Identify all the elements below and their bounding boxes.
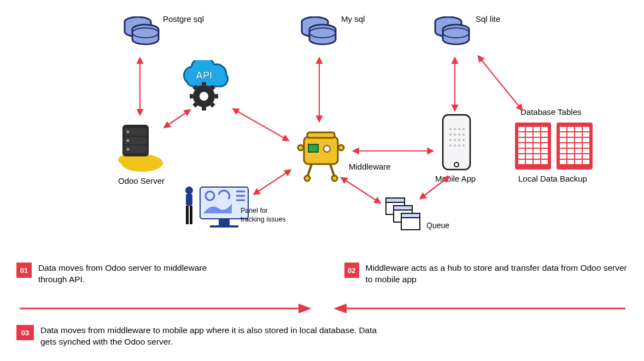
svg-line-132 bbox=[234, 109, 288, 140]
steps: 01 Data moves from Odoo server to middle… bbox=[16, 263, 628, 286]
svg-line-134 bbox=[255, 171, 290, 194]
svg-line-136 bbox=[421, 177, 448, 198]
step-badge-03: 03 bbox=[16, 325, 34, 340]
step-text-03: Data moves from middleware to mobile app… bbox=[40, 325, 379, 348]
step-01: 01 Data moves from Odoo server to middle… bbox=[16, 263, 213, 286]
flow-arrow-right bbox=[19, 302, 314, 315]
flow-arrow-left bbox=[328, 302, 627, 315]
step-03: 03 Data moves from middleware to mobile … bbox=[16, 325, 379, 348]
step-badge-02: 02 bbox=[344, 263, 359, 278]
step-02: 02 Middleware acts as a hub to store and… bbox=[344, 263, 628, 286]
step-text-01: Data moves from Odoo server to middlewar… bbox=[38, 263, 213, 286]
svg-line-131 bbox=[165, 110, 189, 127]
connectors bbox=[0, 0, 644, 252]
svg-line-130 bbox=[479, 57, 522, 109]
step-text-02: Middleware acts as a hub to store and tr… bbox=[366, 263, 628, 286]
step-badge-01: 01 bbox=[16, 263, 32, 278]
svg-line-135 bbox=[342, 178, 379, 202]
